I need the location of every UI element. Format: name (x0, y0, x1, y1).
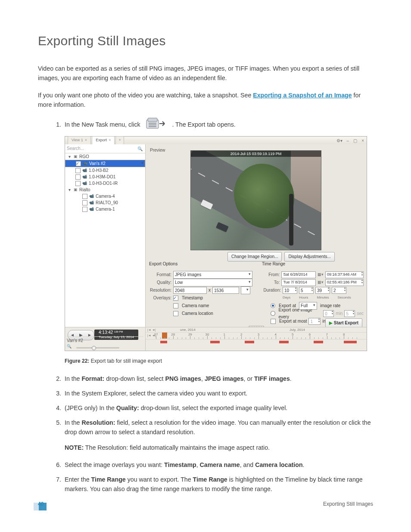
tab-view-1[interactable]: View 1× (68, 136, 91, 144)
text: . The Export tab opens. (172, 121, 235, 128)
close-icon[interactable]: × (361, 137, 364, 144)
export-rate-full-radio[interactable] (271, 303, 275, 308)
start-export-button[interactable]: ▶Start Export (325, 318, 362, 328)
page-footer: 40 Exporting Still Images (38, 501, 373, 507)
overlay-camera-name-checkbox[interactable] (173, 303, 178, 308)
system-explorer-sidebar: Search... 🔍 ▾▣RGO 📹Van's #2 📹1.0-H3-B2 📹… (65, 144, 146, 327)
tree-camera[interactable]: 📹1.0-H3-DO1-IR (65, 180, 145, 187)
page-number: 40 (38, 501, 44, 507)
resolution-height-input[interactable]: 1536 (212, 287, 239, 294)
snapshot-link[interactable]: Exporting a Snapshot of an Image (253, 92, 352, 99)
checkbox-icon[interactable] (76, 161, 81, 166)
tree-camera[interactable]: 📹1.0-H3M-DO1 (65, 174, 145, 180)
timeline-scale[interactable]: 2728293012345678 (146, 332, 367, 339)
tree-camera[interactable]: 📹1.0-H3-B2 (65, 167, 145, 174)
calendar-icon[interactable]: ▦▾ (318, 280, 324, 286)
step-7: Enter the Time Range you want to export.… (63, 475, 373, 494)
timeline-track[interactable]: |◄ ◄| |◄ ◄| une, 2014 July, 2014 2728293… (146, 327, 367, 351)
duration-seconds-input[interactable]: 2 (332, 287, 346, 294)
section-title: Export Options (149, 261, 257, 268)
text: Hours (299, 295, 308, 300)
tree-site-rialto[interactable]: ▾▣Rialto (65, 187, 145, 193)
timeline-day-label: 5 (292, 332, 293, 337)
camera-icon: 📹 (89, 206, 94, 212)
every-sec-input[interactable]: 5 (344, 310, 355, 317)
text: min (336, 310, 342, 317)
checkbox-icon[interactable] (75, 181, 81, 186)
new-task-export-icon (145, 117, 168, 133)
checkbox-icon[interactable] (82, 194, 87, 199)
from-time-input[interactable]: 09:16:37:946 AM (325, 271, 364, 278)
search-input[interactable]: Search... 🔍 (65, 144, 145, 153)
format-select[interactable]: JPEG images (173, 271, 252, 279)
timeline-day-label: 7 (326, 332, 327, 337)
time-range-panel: Time Range From: Sat 6/28/2014▦▾ 09:16:3… (262, 261, 364, 325)
timeline: ◄ ▶ ► 4:13:42 139 PM Tuesday, July 15, 2… (65, 327, 367, 351)
tree-camera[interactable]: 📹Camera-1 (65, 206, 145, 212)
step-2: In the Format: drop-down list, select PN… (63, 374, 373, 383)
checkbox-icon[interactable] (82, 200, 87, 205)
text: x (209, 287, 211, 294)
duration-hours-input[interactable]: 5 (299, 287, 314, 294)
image-rate-select[interactable]: Full (299, 302, 317, 310)
tab-export[interactable]: Export× (92, 136, 115, 144)
display-adjustments-button[interactable]: Display Adjustments... (284, 252, 334, 261)
site-icon: ▣ (74, 187, 78, 193)
calendar-icon[interactable]: ▦▾ (318, 272, 324, 278)
overlays-label: Overlays: (149, 295, 171, 302)
step-4: (JPEG only) In the Quality: drop-down li… (63, 403, 373, 413)
checkbox-icon[interactable] (82, 207, 87, 212)
gear-icon[interactable]: ⚙▾ (336, 137, 342, 144)
maximize-icon[interactable]: ▢ (353, 137, 357, 144)
checkbox-icon[interactable] (75, 174, 81, 180)
duration-days-input[interactable]: 10 (283, 287, 297, 294)
to-time-input[interactable]: 02:55:40:186 PM (325, 279, 364, 286)
tree-site-rgo[interactable]: ▾▣RGO (65, 153, 145, 160)
resolution-preset-select[interactable] (241, 286, 250, 294)
resolution-width-input[interactable]: 2048 (173, 287, 207, 294)
text: sec (357, 310, 364, 317)
text: Timestamp (182, 295, 203, 302)
text: In the New Task menu, click (65, 121, 142, 128)
camera-icon: 📹 (82, 180, 87, 187)
zoom-out-icon[interactable]: 🔍 (67, 344, 72, 350)
timeline-day-label: 4 (274, 332, 276, 337)
tab-add[interactable]: + (115, 136, 124, 144)
tree-camera-vans2[interactable]: 📹Van's #2 (65, 160, 145, 167)
timeline-camera-label: Van's #2 🔍 (67, 336, 143, 350)
timestamp-overlay: 2014-Jul-15 03:59:19.119 PM (191, 151, 321, 157)
intro-paragraph-2: If you only want one photo of the video … (38, 90, 373, 109)
zoom-slider[interactable] (76, 347, 119, 348)
timeline-day-label: 28 (171, 332, 175, 337)
window-titlebar: View 1× Export× + ⚙▾ – ▢ × (65, 137, 367, 145)
export-at-most-checkbox[interactable] (271, 319, 276, 324)
quality-select[interactable]: Low (173, 279, 252, 286)
text: Seconds (338, 295, 351, 300)
timeline-day-label: 29 (188, 332, 192, 337)
at-most-input[interactable]: 1 (308, 318, 321, 325)
minimize-icon[interactable]: – (347, 137, 349, 144)
svg-rect-1 (148, 118, 157, 121)
text: image rate (320, 302, 340, 309)
change-image-region-button[interactable]: Change Image Region... (227, 252, 282, 261)
tree-camera[interactable]: 📹Camera-4 (65, 193, 145, 199)
close-icon[interactable]: × (109, 137, 111, 143)
duration-label: Duration: (262, 287, 281, 294)
duration-minutes-input[interactable]: 39 (315, 287, 330, 294)
export-tab-screenshot: View 1× Export× + ⚙▾ – ▢ × (65, 136, 367, 351)
step-6: Select the image overlays you want: Time… (63, 460, 373, 470)
camera-tree: ▾▣RGO 📹Van's #2 📹1.0-H3-B2 📹1.0-H3M-DO1 … (65, 153, 145, 327)
every-min-input[interactable]: 0 (323, 310, 334, 317)
overlay-camera-location-checkbox[interactable] (173, 311, 178, 316)
figure-caption: Figure 22: Export tab for still image ex… (65, 357, 373, 365)
overlay-timestamp-checkbox[interactable] (173, 296, 178, 301)
tree-camera[interactable]: 📹RIALTO_90 (65, 199, 145, 206)
to-date-input[interactable]: Tue 7/ 8/2014 (281, 279, 316, 286)
close-icon[interactable]: × (85, 137, 87, 143)
timeline-day-label: 3 (258, 332, 259, 337)
checkbox-icon[interactable] (75, 168, 81, 173)
camera-icon: 📹 (89, 193, 94, 199)
from-date-input[interactable]: Sat 6/28/2014 (281, 271, 316, 278)
resolution-label: Resolution: (149, 287, 171, 294)
export-every-radio[interactable] (271, 311, 275, 316)
